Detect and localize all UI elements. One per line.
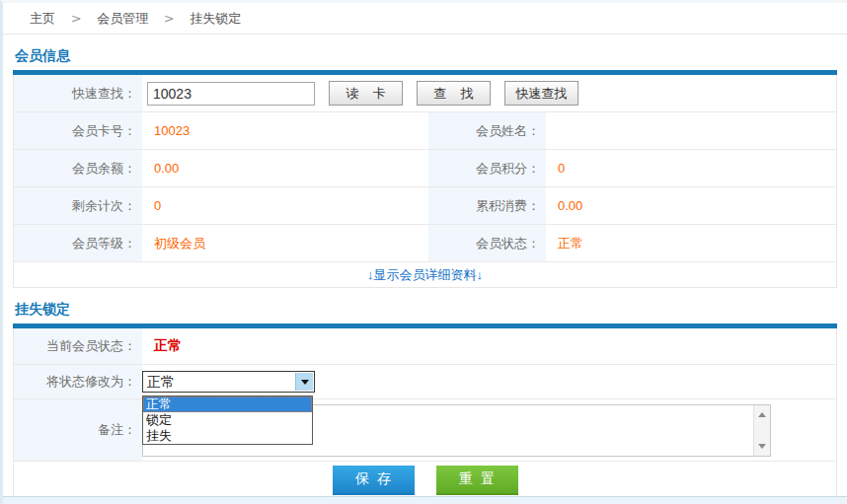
loss-lock-table: 当前会员状态： 正常 将状态修改为： 正常 正常 锁定 挂失 (13, 328, 837, 499)
status-select[interactable]: 正常 (142, 371, 315, 393)
breadcrumb: 主页 > 会员管理 > 挂失锁定 (3, 3, 847, 35)
status-option-normal[interactable]: 正常 (143, 396, 312, 412)
current-status-label: 当前会员状态： (14, 328, 142, 364)
member-level-label: 会员等级： (14, 225, 142, 261)
balance-label: 会员余额： (14, 150, 142, 186)
breadcrumb-separator: > (71, 11, 82, 26)
points-value: 0 (546, 150, 836, 186)
quick-search-input[interactable] (147, 82, 315, 106)
breadcrumb-member-management[interactable]: 会员管理 (97, 11, 148, 26)
remark-label: 备注： (14, 399, 142, 461)
member-name-value (546, 112, 836, 149)
status-select-value: 正常 (147, 374, 175, 392)
detail-link-row: ↓显示会员详细资料↓ (14, 262, 836, 287)
member-status-value: 正常 (546, 225, 836, 261)
member-level-value: 初级会员 (142, 225, 428, 261)
save-button[interactable]: 保 存 (333, 466, 415, 495)
total-consumption-label: 累积消费： (428, 187, 546, 224)
total-consumption-value: 0.00 (546, 187, 836, 224)
reset-button[interactable]: 重 置 (436, 466, 518, 495)
member-status-label: 会员状态： (428, 225, 546, 261)
change-status-cell: 正常 正常 锁定 挂失 (142, 365, 836, 398)
page: 主页 > 会员管理 > 挂失锁定 会员信息 快速查找： 读 卡 查 找 快速查找 (0, 0, 847, 504)
footer-strip (3, 496, 847, 504)
table-row: 剩余计次： 0 累积消费： 0.00 (14, 187, 836, 225)
change-status-row: 将状态修改为： 正常 正常 锁定 挂失 (14, 365, 836, 399)
search-button[interactable]: 查 找 (417, 81, 491, 106)
remaining-times-label: 剩余计次： (14, 187, 142, 224)
status-dropdown: 正常 锁定 挂失 (142, 396, 313, 445)
member-info-section-title: 会员信息 (13, 35, 837, 70)
show-member-detail-link[interactable]: ↓显示会员详细资料↓ (367, 266, 483, 284)
breadcrumb-loss-lock: 挂失锁定 (190, 11, 241, 26)
balance-value: 0.00 (142, 150, 428, 186)
quick-search-label: 快速查找： (14, 75, 142, 111)
table-row: 会员余额： 0.00 会员积分： 0 (14, 150, 836, 187)
points-label: 会员积分： (428, 150, 546, 186)
member-name-label: 会员姓名： (428, 112, 546, 149)
breadcrumb-home[interactable]: 主页 (30, 11, 55, 26)
scroll-up-icon[interactable] (754, 407, 770, 422)
scroll-down-icon[interactable] (754, 439, 770, 454)
quick-search-row: 快速查找： 读 卡 查 找 快速查找 (14, 75, 836, 112)
card-number-value: 10023 (142, 112, 428, 149)
change-status-label: 将状态修改为： (14, 365, 142, 398)
current-status-value: 正常 (142, 328, 836, 364)
breadcrumb-separator: > (164, 11, 175, 26)
current-status-row: 当前会员状态： 正常 (14, 328, 836, 365)
table-row: 会员等级： 初级会员 会员状态： 正常 (14, 225, 836, 262)
read-card-button[interactable]: 读 卡 (329, 81, 403, 106)
status-option-locked[interactable]: 锁定 (143, 412, 312, 428)
quick-search-button[interactable]: 快速查找 (504, 81, 578, 106)
action-buttons-row: 保 存 重 置 (14, 462, 836, 498)
quick-search-content: 读 卡 查 找 快速查找 (142, 75, 836, 111)
loss-lock-section-title: 挂失锁定 (13, 288, 837, 324)
member-info-table: 快速查找： 读 卡 查 找 快速查找 会员卡号： 10023 会员姓名： 会员余… (13, 75, 837, 288)
chevron-down-icon[interactable] (295, 373, 313, 391)
table-row: 会员卡号： 10023 会员姓名： (14, 112, 836, 150)
remaining-times-value: 0 (142, 187, 428, 224)
card-number-label: 会员卡号： (14, 112, 142, 149)
remark-row: 备注： (14, 399, 836, 462)
textarea-scrollbar[interactable] (753, 405, 770, 456)
status-option-lost[interactable]: 挂失 (143, 428, 312, 444)
